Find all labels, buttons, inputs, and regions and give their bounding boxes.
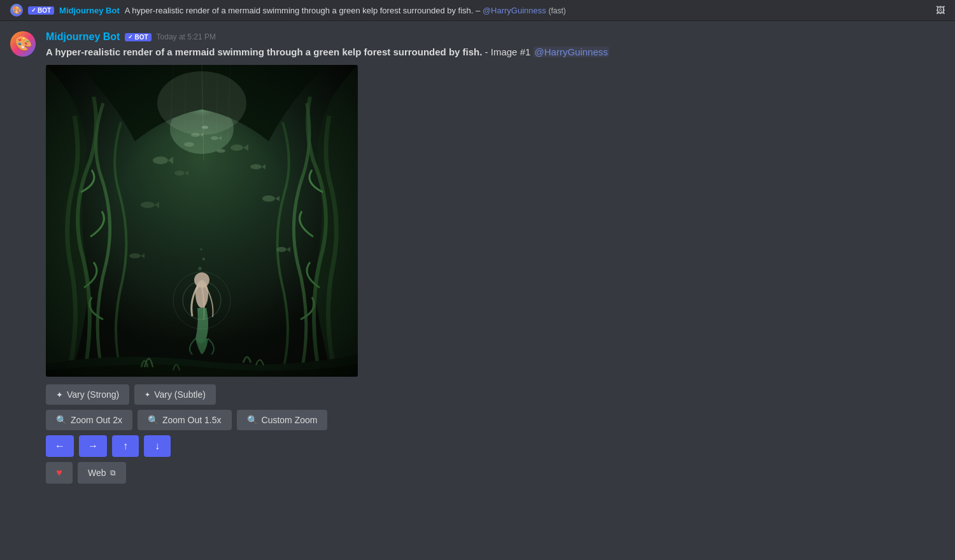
arrow-down-icon: ↓ (155, 440, 160, 452)
notification-image-icon: 🖼 (936, 5, 945, 15)
arrow-right-icon: → (88, 440, 98, 452)
bot-badge: ✓ BOT (125, 33, 151, 41)
heart-icon: ♥ (56, 467, 62, 479)
zoom-out-2x-icon: 🔍 (56, 415, 67, 425)
message-area: 🎨 Midjourney Bot ✓ BOT Today at 5:21 PM … (0, 21, 955, 499)
zoom-out-1-5x-icon: 🔍 (148, 415, 159, 425)
zoom-out-1-5x-label: Zoom Out 1.5x (162, 415, 222, 425)
web-button[interactable]: Web ⧉ (78, 462, 126, 484)
custom-zoom-label: Custom Zoom (262, 415, 318, 425)
vary-subtle-button[interactable]: ✦ Vary (Subtle) (134, 384, 216, 405)
svg-point-29 (157, 71, 246, 135)
arrow-left-icon: ← (55, 440, 65, 452)
vary-subtle-icon: ✦ (145, 391, 150, 399)
generated-image[interactable] (46, 65, 358, 377)
notification-prompt: A hyper-realistic render of a mermaid sw… (125, 6, 931, 15)
timestamp: Today at 5:21 PM (157, 32, 216, 41)
vary-strong-button[interactable]: ✦ Vary (Strong) (46, 384, 129, 405)
arrow-up-button[interactable]: ↑ (112, 435, 139, 457)
zoom-out-2x-label: Zoom Out 2x (71, 415, 122, 425)
notification-bot-badge: ✓ BOT (28, 6, 54, 15)
avatar-icon: 🎨 (15, 36, 32, 52)
arrow-down-button[interactable]: ↓ (144, 435, 171, 457)
message-prompt: A hyper-realistic render of a mermaid sw… (46, 45, 945, 59)
vary-subtle-label: Vary (Subtle) (154, 389, 206, 400)
zoom-out-1-5x-button[interactable]: 🔍 Zoom Out 1.5x (138, 410, 232, 430)
external-link-icon: ⧉ (110, 468, 116, 477)
arrow-left-button[interactable]: ← (46, 435, 74, 457)
arrow-buttons-row: ← → ↑ ↓ (46, 435, 945, 457)
vary-strong-label: Vary (Strong) (67, 389, 119, 400)
heart-web-row: ♥ Web ⧉ (46, 462, 945, 484)
vary-buttons-row: ✦ Vary (Strong) ✦ Vary (Subtle) (46, 384, 945, 405)
user-mention: @HarryGuinness (534, 46, 609, 57)
avatar: 🎨 (10, 31, 36, 57)
web-label: Web (88, 468, 106, 478)
zoom-out-2x-button[interactable]: 🔍 Zoom Out 2x (46, 410, 132, 430)
heart-button[interactable]: ♥ (46, 462, 73, 484)
message-content: Midjourney Bot ✓ BOT Today at 5:21 PM A … (46, 31, 945, 489)
notification-bot-name: Midjourney Bot (59, 6, 120, 15)
custom-zoom-button[interactable]: 🔍 Custom Zoom (237, 410, 328, 430)
message-header: Midjourney Bot ✓ BOT Today at 5:21 PM (46, 31, 945, 43)
arrow-up-icon: ↑ (123, 440, 128, 452)
arrow-right-button[interactable]: → (79, 435, 107, 457)
notification-bar: 🎨 ✓ BOT Midjourney Bot A hyper-realistic… (0, 0, 955, 21)
zoom-buttons-row: 🔍 Zoom Out 2x 🔍 Zoom Out 1.5x 🔍 Custom Z… (46, 410, 945, 430)
notification-avatar: 🎨 (10, 4, 23, 17)
username: Midjourney Bot (46, 31, 120, 43)
vary-strong-icon: ✦ (56, 390, 63, 400)
mermaid-image-svg (46, 65, 358, 377)
custom-zoom-icon: 🔍 (247, 415, 258, 425)
